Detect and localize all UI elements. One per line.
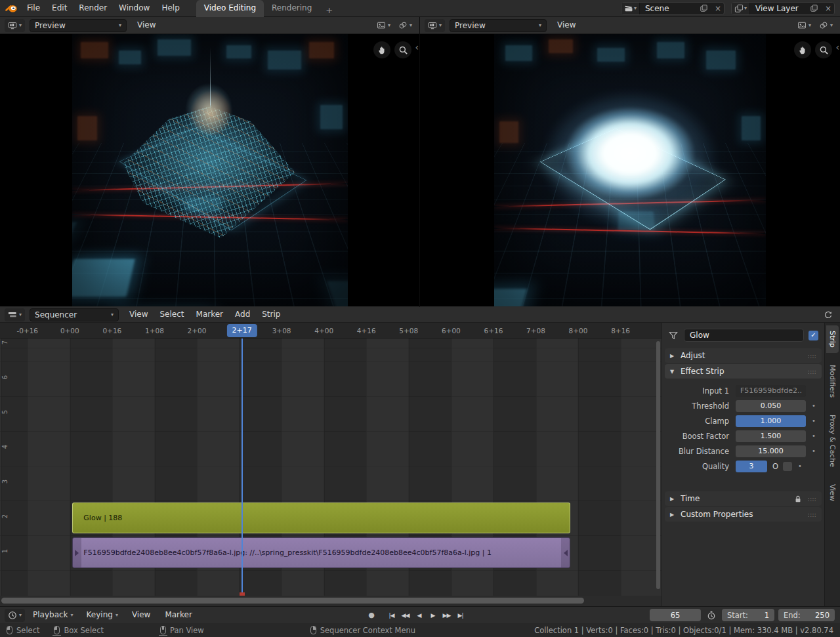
region-collapse-arrow[interactable]: ‹: [835, 43, 839, 52]
gizmos-dropdown-button[interactable]: ▾: [795, 19, 814, 32]
strip-enable-checkbox[interactable]: ✓: [808, 331, 818, 340]
region-collapse-arrow[interactable]: ‹: [415, 43, 419, 52]
overlays-dropdown-button[interactable]: ▾: [396, 19, 415, 32]
panel-grip-icon[interactable]: ::::: [808, 495, 816, 503]
pan-gizmo[interactable]: [373, 41, 390, 58]
scrollbar-thumb[interactable]: [656, 341, 660, 589]
play-reverse-button[interactable]: ◀: [413, 609, 425, 621]
refresh-sequencer-button[interactable]: [821, 308, 835, 321]
editor-type-button[interactable]: ▾: [5, 19, 25, 32]
zoom-gizmo[interactable]: [394, 41, 411, 58]
sequencer-mode-dropdown[interactable]: Sequencer ▾: [30, 308, 119, 321]
boost-factor-field[interactable]: 1.500: [736, 430, 806, 442]
timeline-marker-menu[interactable]: Marker: [159, 607, 198, 623]
editor-type-button[interactable]: ▾: [5, 308, 25, 321]
browse-scene-button[interactable]: ▾: [621, 3, 640, 14]
sequencer-menu-view[interactable]: View: [123, 306, 154, 323]
sidebar-tab-view[interactable]: View: [826, 479, 839, 506]
threshold-field[interactable]: 0.050: [736, 400, 806, 412]
panel-header-time[interactable]: ▶ Time ::::: [665, 491, 822, 506]
panel-header-adjust[interactable]: ▶ Adjust ::::: [665, 348, 822, 363]
pan-gizmo[interactable]: [794, 41, 811, 58]
playback-menu[interactable]: Playback ▾: [28, 607, 79, 623]
lock-icon[interactable]: [793, 494, 803, 503]
current-frame-indicator[interactable]: 2+17: [226, 324, 257, 337]
menu-file[interactable]: File: [21, 0, 46, 16]
timeline-view-menu[interactable]: View: [126, 607, 156, 623]
start-frame-field[interactable]: Start: 1: [722, 609, 774, 621]
editor-type-button[interactable]: ▾: [425, 19, 445, 32]
use-preview-range-button[interactable]: [705, 609, 718, 621]
sidebar-tab-proxy-cache[interactable]: Proxy & Cache: [826, 409, 839, 472]
sequencer-canvas[interactable]: 7654321 Glow | 188F516959bdfde2408eb8ee4…: [0, 339, 662, 596]
strip-handle-right[interactable]: [561, 538, 570, 567]
menu-render[interactable]: Render: [73, 0, 113, 16]
playhead[interactable]: [242, 339, 243, 596]
filter-icon[interactable]: [667, 330, 679, 340]
remove-view-layer-button[interactable]: ×: [822, 3, 834, 14]
animate-property-button[interactable]: •: [809, 432, 818, 440]
strip-name-field[interactable]: Glow: [684, 329, 804, 342]
preview-left-viewport[interactable]: ‹: [0, 34, 419, 306]
clamp-field[interactable]: 1.000: [736, 415, 806, 427]
scrollbar-thumb[interactable]: [1, 598, 584, 604]
sidebar-tab-strip[interactable]: Strip: [826, 325, 839, 353]
preview-view-menu[interactable]: View: [131, 17, 161, 33]
workspace-tab-video-editing[interactable]: Video Editing: [196, 0, 264, 17]
animate-property-button[interactable]: •: [809, 417, 818, 424]
new-scene-button[interactable]: [700, 5, 712, 12]
sequencer-menu-select[interactable]: Select: [154, 306, 190, 323]
panel-grip-icon[interactable]: ::::: [808, 511, 816, 518]
panel-header-effect-strip[interactable]: ▼ Effect Strip ::::: [665, 364, 822, 379]
preview-mode-dropdown[interactable]: Preview ▾: [450, 19, 547, 32]
sequencer-menu-strip[interactable]: Strip: [256, 306, 286, 323]
only-boost-checkbox[interactable]: [783, 462, 792, 471]
current-frame-field[interactable]: 65: [650, 609, 701, 621]
panel-header-custom-properties[interactable]: ▶ Custom Properties ::::: [665, 507, 822, 522]
menu-window[interactable]: Window: [113, 0, 156, 16]
keying-menu[interactable]: Keying ▾: [81, 607, 123, 623]
preview-mode-dropdown[interactable]: Preview ▾: [30, 19, 127, 32]
end-frame-field[interactable]: End: 250: [778, 609, 835, 621]
strip-handle-left[interactable]: [73, 538, 81, 567]
animate-property-button[interactable]: •: [809, 402, 818, 409]
animate-property-button[interactable]: •: [795, 462, 805, 470]
editor-type-button[interactable]: ▾: [5, 609, 25, 622]
overlays-dropdown-button[interactable]: ▾: [816, 19, 835, 32]
blur-distance-field[interactable]: 15.000: [736, 445, 806, 457]
view-layer-name-field[interactable]: View Layer: [750, 3, 810, 14]
gizmos-dropdown-button[interactable]: ▾: [374, 19, 393, 32]
record-button[interactable]: ●: [365, 609, 377, 621]
gizmo-icon: [797, 21, 807, 30]
image-strip[interactable]: F516959bdfde2408eb8ee4c0bf57f8a6a-l.jpg:…: [72, 537, 570, 568]
jump-to-start-button[interactable]: |◀: [385, 609, 398, 621]
sequencer-ruler[interactable]: -0+160+000+161+082+003+084+004+165+086+0…: [0, 323, 662, 339]
unlink-scene-button[interactable]: ×: [712, 3, 724, 14]
add-workspace-button[interactable]: +: [320, 2, 339, 15]
panel-grip-icon[interactable]: ::::: [808, 368, 816, 375]
preview-right-viewport[interactable]: ‹: [420, 34, 840, 306]
horizontal-scrollbar[interactable]: [0, 596, 662, 606]
play-button[interactable]: ▶: [427, 609, 439, 621]
input-1-field[interactable]: F516959bdfde2..: [736, 385, 806, 397]
workspace-tab-rendering[interactable]: Rendering: [264, 0, 320, 17]
animate-property-button[interactable]: •: [809, 447, 818, 455]
browse-view-layer-button[interactable]: ▾: [732, 3, 750, 14]
sequencer-menu-marker[interactable]: Marker: [190, 306, 229, 323]
next-keyframe-button[interactable]: ▶▶: [440, 609, 453, 621]
zoom-gizmo[interactable]: [815, 41, 832, 58]
preview-view-menu[interactable]: View: [551, 17, 581, 33]
sequencer-menu-add[interactable]: Add: [229, 306, 256, 323]
menu-edit[interactable]: Edit: [46, 0, 73, 16]
panel-grip-icon[interactable]: ::::: [808, 352, 816, 360]
previous-keyframe-button[interactable]: ◀◀: [399, 609, 411, 621]
sidebar-tab-modifiers[interactable]: Modifiers: [826, 360, 839, 403]
vertical-scrollbar[interactable]: [655, 339, 662, 596]
blender-logo-icon[interactable]: [5, 3, 18, 14]
quality-field[interactable]: 3: [736, 461, 767, 472]
scene-name-field[interactable]: Scene: [640, 3, 700, 14]
jump-to-end-button[interactable]: ▶|: [454, 609, 467, 621]
effect-strip[interactable]: Glow | 188: [72, 503, 570, 533]
menu-help[interactable]: Help: [156, 0, 185, 16]
add-view-layer-button[interactable]: [810, 5, 822, 12]
